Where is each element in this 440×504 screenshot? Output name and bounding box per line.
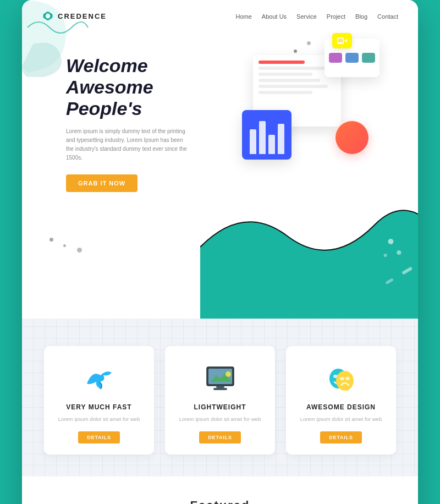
hero-illustration — [242, 33, 385, 176]
hero-wave — [200, 192, 418, 319]
svg-rect-9 — [338, 39, 343, 42]
feature-title-lightweight: Lightweight — [176, 403, 264, 411]
svg-point-0 — [388, 239, 394, 244]
illustration-card-chart — [242, 110, 292, 160]
features-section: Very Much Fast Lorem ipsum dolor sit ame… — [22, 319, 418, 476]
bird-icon — [82, 363, 116, 396]
svg-point-14 — [226, 371, 231, 377]
device-frame: CREDENCE Home About Us Service Project B… — [22, 0, 418, 504]
nav-item-home[interactable]: Home — [236, 11, 252, 21]
featured-section: Featured Belcafe Scholl sonera Emirates — [22, 476, 418, 504]
svg-rect-16 — [213, 388, 227, 390]
svg-rect-15 — [216, 386, 224, 388]
hero-description: Lorem ipsum is simply dummy text of the … — [66, 127, 187, 162]
hero-title: Welcome Awesome People's — [66, 55, 209, 119]
logo-text: CREDENCE — [58, 12, 107, 20]
feature-desc-design: Lorem ipsum dolor sit amet for web — [297, 415, 385, 423]
nav-item-service[interactable]: Service — [296, 11, 317, 21]
illustration-card-coral — [336, 121, 369, 154]
feature-card-lightweight: Lightweight Lorem ipsum dolor sit amet f… — [165, 346, 275, 454]
feature-details-button-design[interactable]: Details — [320, 431, 361, 443]
video-icon — [332, 33, 352, 48]
svg-marker-8 — [344, 39, 347, 42]
nav-item-about[interactable]: About Us — [262, 11, 287, 21]
svg-point-21 — [340, 377, 344, 380]
nav-item-blog[interactable]: Blog — [355, 11, 367, 21]
nav-links: Home About Us Service Project Blog Conta… — [236, 11, 398, 21]
feature-title-fast: Very Much Fast — [55, 403, 143, 411]
feature-title-design: Awesome Design — [297, 403, 385, 411]
svg-point-1 — [397, 250, 401, 255]
feature-desc-lightweight: Lorem ipsum dolor sit amet for web — [176, 415, 264, 423]
feature-details-button-fast[interactable]: Details — [78, 431, 119, 443]
feature-details-button-lightweight[interactable]: Details — [199, 431, 240, 443]
hero-content: Welcome Awesome People's Lorem ipsum is … — [22, 28, 209, 209]
svg-point-22 — [345, 377, 350, 380]
cta-button[interactable]: Grab It Now — [66, 174, 138, 192]
featured-title: Featured — [44, 498, 396, 504]
monitor-icon — [204, 363, 237, 396]
feature-card-design: Awesome Design Lorem ipsum dolor sit ame… — [286, 346, 396, 454]
nav-item-project[interactable]: Project — [327, 11, 345, 21]
logo-icon — [42, 10, 54, 22]
hero-section: CREDENCE Home About Us Service Project B… — [22, 0, 418, 319]
feature-card-fast: Very Much Fast Lorem ipsum dolor sit ame… — [44, 346, 154, 454]
svg-point-2 — [384, 254, 387, 257]
feature-desc-fast: Lorem ipsum dolor sit amet for web — [55, 415, 143, 423]
nav-item-contact[interactable]: Contact — [377, 11, 398, 21]
navbar: CREDENCE Home About Us Service Project B… — [22, 0, 418, 28]
features-grid: Very Much Fast Lorem ipsum dolor sit ame… — [44, 346, 396, 454]
masks-icon — [324, 363, 358, 396]
svg-point-20 — [336, 371, 354, 391]
logo: CREDENCE — [42, 10, 107, 22]
